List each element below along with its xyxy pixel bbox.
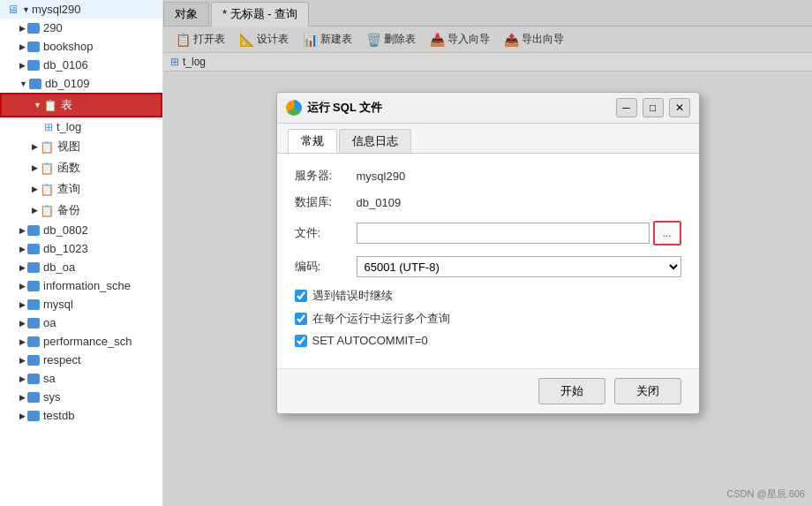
chevron-open-icon: ▼: [19, 79, 27, 88]
autocommit-checkbox[interactable]: [295, 335, 307, 347]
sidebar-item-290[interactable]: ▶290: [0, 19, 162, 37]
sidebar-label: respect: [43, 353, 81, 366]
sidebar-label: 表: [61, 97, 72, 113]
db-icon: [27, 262, 40, 273]
db-icon: [27, 355, 40, 366]
checkbox-continue-on-error: 遇到错误时继续: [295, 288, 681, 304]
sidebar-item-information_sche[interactable]: ▶information_sche: [0, 276, 162, 295]
chevron-closed-icon: ▶: [19, 393, 26, 402]
sidebar-label: t_log: [56, 120, 81, 133]
sidebar-item-tables[interactable]: ▼📋表: [0, 93, 162, 117]
sidebar-item-backup[interactable]: ▶📋备份: [0, 200, 162, 221]
server-label: 服务器:: [295, 168, 357, 184]
sidebar-item-sa[interactable]: ▶sa: [0, 369, 162, 388]
file-input-group: ...: [357, 221, 681, 245]
sidebar-label: mysql290: [32, 3, 81, 16]
sidebar-label: 290: [43, 21, 63, 34]
sidebar-label: sa: [43, 372, 56, 385]
sidebar-item-respect[interactable]: ▶respect: [0, 351, 162, 369]
sidebar-item-db_0109[interactable]: ▼db_0109: [0, 74, 162, 93]
continue-on-error-checkbox[interactable]: [295, 290, 307, 302]
chevron-closed-icon: ▶: [32, 206, 38, 215]
sidebar-item-bookshop[interactable]: ▶bookshop: [0, 37, 162, 56]
start-button[interactable]: 开始: [538, 378, 605, 404]
file-row: 文件: ...: [295, 221, 681, 245]
sidebar-label: 函数: [57, 160, 80, 176]
sidebar-label: mysql: [43, 298, 73, 311]
sidebar: 🖥▼mysql290▶290▶bookshop▶db_0106▼db_0109▼…: [0, 0, 163, 506]
chevron-closed-icon: ▶: [19, 319, 26, 328]
db-icon: [27, 23, 40, 34]
sidebar-item-views[interactable]: ▶📋视图: [0, 136, 162, 157]
group-icon: 📋: [40, 140, 54, 154]
encoding-select-group: 65001 (UTF-8) 936 (GBK) UTF-16: [357, 256, 681, 277]
db-icon: [29, 79, 41, 89]
db-icon: [27, 244, 40, 254]
dialog-tab-常规[interactable]: 常规: [288, 129, 337, 153]
sidebar-label: 视图: [57, 139, 80, 155]
dialog-window-controls: ─ □ ✕: [616, 98, 690, 117]
checkbox-autocommit: SET AUTOCOMMIT=0: [295, 334, 681, 347]
sidebar-item-testdb[interactable]: ▶testdb: [0, 406, 162, 425]
sidebar-item-sys[interactable]: ▶sys: [0, 388, 162, 406]
chevron-closed-icon: ▶: [19, 374, 26, 383]
run-multiple-checkbox[interactable]: [295, 313, 307, 325]
db-icon: [27, 299, 40, 310]
group-icon: 📋: [40, 162, 54, 175]
dialog-overlay: 运行 SQL 文件 ─ □ ✕ 常规信息日志 服务器: mysql290: [163, 0, 812, 506]
sidebar-label: db_1023: [43, 242, 88, 255]
chevron-closed-icon: ▶: [19, 337, 26, 346]
chevron-closed-icon: ▶: [19, 61, 26, 70]
sidebar-item-db_1023[interactable]: ▶db_1023: [0, 239, 162, 258]
dialog-titlebar: 运行 SQL 文件 ─ □ ✕: [277, 93, 699, 124]
close-button[interactable]: ✕: [669, 98, 690, 117]
sidebar-label: db_0802: [43, 223, 88, 237]
group-icon: 📋: [40, 204, 54, 217]
sidebar-label: db_oa: [43, 261, 75, 274]
encoding-label: 编码:: [295, 259, 357, 275]
sidebar-item-db_0802[interactable]: ▶db_0802: [0, 221, 162, 239]
main-area: 对象* 无标题 - 查询 📋打开表📐设计表📊新建表🗑️删除表📥导入向导📤导出向导…: [163, 0, 812, 506]
browse-button[interactable]: ...: [653, 221, 681, 245]
dialog-title-group: 运行 SQL 文件: [286, 100, 383, 116]
sidebar-item-oa[interactable]: ▶oa: [0, 313, 162, 332]
minimize-button[interactable]: ─: [616, 98, 637, 117]
file-input[interactable]: [357, 223, 650, 244]
sidebar-item-performance_sch[interactable]: ▶performance_sch: [0, 332, 162, 351]
chevron-closed-icon: ▶: [19, 263, 26, 272]
server-row: 服务器: mysql290: [295, 168, 681, 184]
sidebar-item-mysql[interactable]: ▶mysql: [0, 295, 162, 313]
db-icon: [27, 411, 40, 421]
chevron-closed-icon: ▶: [32, 185, 38, 193]
chevron-closed-icon: ▶: [19, 24, 26, 33]
chevron-closed-icon: ▶: [19, 42, 26, 51]
run-sql-dialog: 运行 SQL 文件 ─ □ ✕ 常规信息日志 服务器: mysql290: [276, 92, 700, 414]
db-icon: [27, 392, 40, 403]
sidebar-label: performance_sch: [43, 335, 132, 348]
browse-ellipsis: ...: [662, 227, 671, 239]
sidebar-item-mysql290[interactable]: 🖥▼mysql290: [0, 0, 162, 19]
dialog-footer: 开始 关闭: [277, 368, 699, 413]
dialog-tabs: 常规信息日志: [277, 124, 699, 154]
db-icon: [27, 281, 40, 291]
sidebar-item-db_0106[interactable]: ▶db_0106: [0, 56, 162, 74]
checkbox-run-multiple: 在每个运行中运行多个查询: [295, 311, 681, 327]
sidebar-label: bookshop: [43, 40, 93, 53]
run-multiple-label: 在每个运行中运行多个查询: [312, 311, 450, 327]
sidebar-label: db_0109: [45, 77, 90, 90]
table-icon: ⊞: [44, 121, 53, 133]
close-dialog-button[interactable]: 关闭: [614, 378, 681, 404]
sidebar-label: db_0106: [43, 58, 88, 72]
db-icon: [27, 60, 40, 71]
sidebar-item-db_oa[interactable]: ▶db_oa: [0, 258, 162, 276]
file-label: 文件:: [295, 225, 357, 241]
db-icon: [27, 336, 40, 347]
sidebar-item-t_log[interactable]: ⊞t_log: [0, 117, 162, 136]
maximize-button[interactable]: □: [643, 98, 664, 117]
sidebar-item-queries[interactable]: ▶📋查询: [0, 178, 162, 200]
chevron-closed-icon: ▶: [19, 356, 26, 365]
sidebar-item-functions[interactable]: ▶📋函数: [0, 157, 162, 178]
encoding-select[interactable]: 65001 (UTF-8) 936 (GBK) UTF-16: [357, 256, 681, 277]
dialog-tab-信息日志[interactable]: 信息日志: [339, 129, 411, 153]
chevron-closed-icon: ▶: [32, 163, 38, 172]
